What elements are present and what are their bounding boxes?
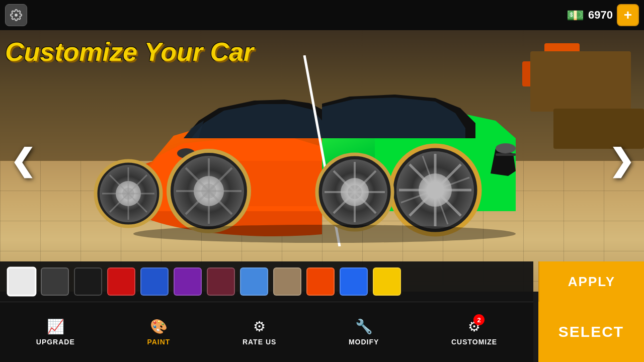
color-swatch-dark-red[interactable]: [207, 267, 235, 296]
settings-button[interactable]: [5, 4, 27, 26]
color-swatch-red[interactable]: [107, 267, 135, 296]
rate-us-icon: ⚙: [253, 319, 266, 334]
currency-amount: 6970: [588, 9, 613, 22]
badge-customize: 2: [473, 314, 485, 325]
right-chevron-icon: ❯: [609, 146, 634, 176]
top-bar: 💵 6970 +: [0, 0, 644, 30]
nav-icon-wrap-rate-us: ⚙: [253, 318, 266, 335]
nav-item-customize[interactable]: ⚙2CUSTOMIZE: [444, 313, 505, 351]
wheel-right-front: [391, 146, 479, 234]
svg-rect-5: [496, 153, 516, 156]
car-display: Customize Your Car: [0, 30, 644, 292]
nav-item-upgrade[interactable]: 📈UPGRADE: [29, 313, 83, 351]
color-swatch-white[interactable]: [7, 267, 37, 297]
nav-icon-wrap-customize: ⚙2: [468, 318, 480, 335]
select-button[interactable]: SELECT: [538, 302, 644, 362]
nav-icon-wrap-modify: 🔧: [355, 318, 373, 335]
color-swatch-blue[interactable]: [140, 267, 169, 296]
wheel-left-rear: [96, 161, 161, 226]
upgrade-icon: 📈: [47, 319, 64, 334]
svg-point-40: [133, 225, 516, 243]
currency-area: 💵 6970 +: [567, 4, 639, 26]
svg-point-4: [496, 143, 516, 153]
nav-icon-wrap-paint: 🎨: [150, 318, 168, 335]
page-title: Customize Your Car: [5, 38, 254, 66]
prev-car-button[interactable]: ❮: [5, 143, 40, 178]
nav-label-upgrade: UPGRADE: [36, 338, 75, 346]
color-swatch-dark-gray[interactable]: [41, 267, 69, 296]
paint-icon: 🎨: [150, 319, 168, 334]
nav-label-customize: CUSTOMIZE: [451, 338, 497, 346]
color-swatch-yellow[interactable]: [373, 267, 401, 296]
select-label: SELECT: [558, 323, 624, 340]
color-palette-bar: [0, 261, 533, 302]
nav-label-paint: PAINT: [147, 338, 170, 346]
add-currency-button[interactable]: +: [617, 4, 639, 26]
gear-icon: [10, 9, 22, 21]
apply-button[interactable]: APPLY: [538, 261, 644, 302]
nav-icon-wrap-upgrade: 📈: [47, 318, 64, 335]
nav-label-rate-us: RATE US: [243, 338, 276, 346]
modify-icon: 🔧: [355, 319, 373, 334]
color-swatch-orange[interactable]: [306, 267, 335, 296]
color-swatch-black[interactable]: [74, 267, 102, 296]
car-visualization: [83, 55, 561, 246]
garage-table: [553, 109, 644, 149]
nav-item-paint[interactable]: 🎨PAINT: [139, 313, 178, 351]
wheel-left-front: [169, 151, 249, 231]
color-swatch-light-blue[interactable]: [240, 267, 268, 296]
nav-label-modify: MODIFY: [349, 338, 379, 346]
left-chevron-icon: ❮: [10, 146, 35, 176]
color-swatch-purple[interactable]: [174, 267, 202, 296]
color-swatch-cobalt[interactable]: [340, 267, 368, 296]
color-swatch-tan[interactable]: [273, 267, 301, 296]
money-icon: 💵: [567, 7, 584, 24]
next-car-button[interactable]: ❯: [604, 143, 639, 178]
nav-item-modify[interactable]: 🔧MODIFY: [341, 313, 386, 351]
bottom-navigation: 📈UPGRADE🎨PAINT⚙RATE US🔧MODIFY⚙2CUSTOMIZE: [0, 302, 533, 362]
nav-item-rate-us[interactable]: ⚙RATE US: [235, 313, 284, 351]
apply-label: APPLY: [568, 274, 615, 290]
wheel-right-rear: [317, 154, 392, 230]
